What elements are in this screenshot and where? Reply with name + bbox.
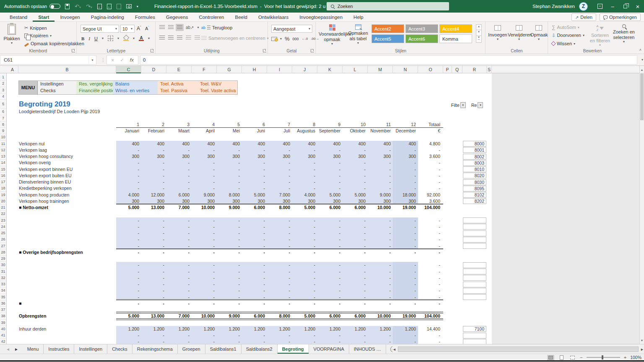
cell[interactable]: - — [166, 288, 190, 293]
cell[interactable]: - — [317, 295, 340, 300]
cell[interactable]: 5.000 — [116, 313, 139, 318]
cell[interactable]: - — [292, 160, 315, 165]
row-header-39[interactable]: 39 — [0, 320, 6, 326]
cell[interactable]: - — [166, 262, 190, 267]
cell[interactable]: 1.200 — [141, 326, 164, 331]
cell[interactable]: - — [393, 250, 416, 255]
cell[interactable]: 13.000 — [141, 205, 164, 210]
cell[interactable]: - — [368, 282, 391, 287]
paste-button[interactable]: Plakken ▾ — [3, 24, 21, 45]
table-row-42[interactable]: ------------- — [0, 339, 492, 344]
cell[interactable]: 400 — [393, 141, 416, 146]
cell[interactable]: 300 — [343, 154, 366, 159]
align-right-icon[interactable] — [177, 36, 182, 40]
cell[interactable]: 300 — [267, 199, 290, 204]
cell[interactable]: - — [242, 147, 265, 153]
borders-dropdown-icon[interactable]: ▾ — [117, 36, 119, 40]
enter-icon[interactable]: ✓ — [120, 57, 124, 63]
cancel-icon[interactable]: × — [111, 57, 114, 63]
cell[interactable]: - — [368, 218, 391, 223]
cell[interactable]: - — [242, 282, 265, 287]
cell[interactable]: 300 — [116, 154, 139, 159]
table-row-33[interactable]: ------------- — [0, 282, 492, 288]
cell[interactable]: - — [292, 218, 315, 223]
cell[interactable]: 6.000 — [317, 313, 340, 318]
cell[interactable]: - — [317, 288, 340, 293]
cell[interactable]: 300 — [217, 154, 240, 159]
cell[interactable]: - — [217, 160, 240, 165]
cell[interactable]: - — [242, 339, 265, 344]
cell[interactable]: 300 — [166, 199, 190, 204]
cell[interactable]: - — [141, 250, 164, 255]
format-as-table-button[interactable]: Opmaken als tabel ▾ — [346, 24, 370, 45]
cell-style-accent2[interactable]: Accent2 — [371, 24, 404, 33]
horizontal-scroll-thumb[interactable] — [398, 346, 639, 352]
cell[interactable]: - — [292, 282, 315, 287]
cell[interactable]: - — [343, 250, 366, 255]
table-row-18[interactable]: Kredietbeperking verkopen------------- — [0, 186, 492, 192]
cell[interactable]: - — [368, 230, 391, 235]
cell[interactable]: - — [317, 237, 340, 242]
insert-function-icon[interactable]: fx — [130, 57, 134, 62]
gallery-up-icon[interactable]: ▴ — [476, 24, 482, 30]
menu-link-checks[interactable]: Checks — [38, 88, 76, 94]
cell[interactable]: - — [192, 160, 215, 165]
cell[interactable]: - — [166, 339, 190, 344]
cell[interactable]: 300 — [192, 199, 215, 204]
camera-icon[interactable] — [126, 4, 132, 8]
row-header-4[interactable]: 4 — [0, 93, 6, 100]
cell[interactable]: - — [393, 147, 416, 153]
cell[interactable]: - — [393, 269, 416, 274]
cell[interactable]: - — [343, 224, 366, 229]
cell[interactable]: - — [343, 301, 366, 306]
cell[interactable]: - — [267, 179, 290, 184]
table-row-14[interactable]: Verkopen overig------------- — [0, 160, 492, 166]
cell[interactable]: - — [292, 186, 315, 191]
cell[interactable]: - — [242, 262, 265, 267]
cell[interactable]: - — [116, 301, 139, 306]
cell[interactable]: - — [292, 269, 315, 274]
account-code-cell[interactable] — [463, 275, 486, 281]
cell[interactable]: - — [166, 269, 190, 274]
sheet-tab-groepen[interactable]: Groepen — [178, 344, 205, 354]
cell[interactable]: - — [393, 237, 416, 242]
cell[interactable]: - — [242, 250, 265, 255]
cell[interactable]: - — [317, 269, 340, 274]
cell[interactable]: 6.000 — [317, 205, 340, 210]
cell[interactable]: - — [192, 218, 215, 223]
row-header-5[interactable]: 5 — [0, 100, 6, 109]
cell[interactable]: 19.000 — [393, 313, 416, 318]
percent-style-button[interactable]: % — [285, 36, 290, 42]
cell[interactable]: - — [192, 237, 215, 242]
underline-button[interactable]: U — [94, 36, 98, 41]
cell[interactable]: - — [141, 224, 164, 229]
orientation-icon[interactable]: ab↗ — [186, 25, 194, 30]
cell[interactable]: - — [116, 160, 139, 165]
cell[interactable]: - — [116, 250, 139, 255]
cell[interactable]: - — [217, 224, 240, 229]
cell-style-komma[interactable]: Komma — [439, 34, 472, 43]
column-header-K[interactable]: K — [317, 66, 343, 73]
cell[interactable]: - — [343, 230, 366, 235]
column-header-F[interactable]: F — [192, 66, 217, 73]
menu-button[interactable]: MENU — [19, 81, 38, 94]
column-header-L[interactable]: L — [343, 66, 368, 73]
cell[interactable]: - — [141, 147, 164, 153]
cell[interactable]: - — [242, 179, 265, 184]
cell[interactable]: - — [267, 262, 290, 267]
cell[interactable]: 5.000 — [292, 205, 315, 210]
menu-link-toel-w-v[interactable]: Toel. W&V — [197, 81, 237, 88]
column-header-G[interactable]: G — [217, 66, 242, 73]
cell[interactable]: - — [368, 224, 391, 229]
collapse-ribbon-icon[interactable]: ˄ — [639, 48, 641, 52]
number-format-select[interactable]: Aangepast▾ — [271, 25, 312, 33]
cell[interactable]: - — [368, 179, 391, 184]
cell[interactable]: - — [166, 333, 190, 338]
row-header-2[interactable]: 2 — [0, 80, 6, 87]
cell[interactable]: - — [317, 230, 340, 235]
cell[interactable]: - — [217, 275, 240, 280]
cell[interactable]: - — [217, 250, 240, 255]
cell[interactable]: - — [393, 288, 416, 293]
zoom-level[interactable]: 100% — [630, 355, 641, 360]
ribbon-tab-formules[interactable]: Formules — [130, 13, 161, 22]
